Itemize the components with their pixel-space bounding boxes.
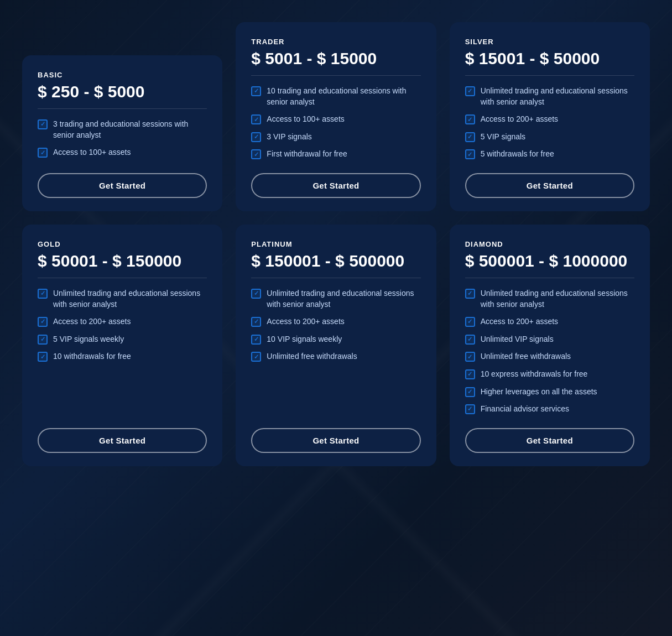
basic-get-started-button[interactable]: Get Started	[38, 173, 207, 198]
checkmark-icon	[251, 86, 261, 96]
checkmark-icon	[465, 114, 475, 124]
feature-text: Unlimited trading and educational sessio…	[267, 288, 420, 310]
feature-text: 5 VIP signals weekly	[53, 334, 124, 345]
checkmark-icon	[465, 86, 475, 96]
card-diamond: DIAMOND$ 500001 - $ 1000000Unlimited tra…	[450, 225, 650, 466]
gold-tier: GOLD	[38, 240, 207, 248]
basic-divider	[38, 108, 207, 109]
checkmark-icon	[465, 369, 475, 379]
gold-price: $ 50001 - $ 150000	[38, 252, 207, 270]
feature-text: Unlimited trading and educational sessio…	[481, 288, 634, 310]
platinum-price: $ 150001 - $ 500000	[251, 252, 420, 270]
checkmark-icon	[38, 289, 48, 299]
feature-text: Higher leverages on all the assets	[481, 387, 597, 398]
checkmark-icon	[251, 352, 261, 362]
checkmark-icon	[251, 114, 261, 124]
basic-features: 3 trading and educational sessions with …	[38, 119, 207, 160]
trader-divider	[251, 75, 420, 76]
card-gold: GOLD$ 50001 - $ 150000Unlimited trading …	[22, 225, 222, 466]
feature-text: 10 express withdrawals for free	[481, 369, 588, 380]
feature-text: 10 trading and educational sessions with…	[267, 86, 420, 107]
checkmark-icon	[251, 335, 261, 345]
feature-text: Access to 200+ assets	[53, 316, 131, 327]
checkmark-icon	[465, 149, 475, 159]
card-platinum: PLATINUM$ 150001 - $ 500000Unlimited tra…	[236, 225, 436, 466]
feature-item: Unlimited free withdrawals	[251, 351, 420, 362]
checkmark-icon	[251, 132, 261, 142]
feature-text: Access to 200+ assets	[267, 316, 344, 327]
platinum-get-started-button[interactable]: Get Started	[251, 428, 420, 453]
diamond-divider	[465, 278, 634, 278]
card-trader: TRADER$ 5001 - $ 1500010 trading and edu…	[236, 22, 436, 211]
feature-item: 5 VIP signals	[465, 132, 634, 143]
feature-item: Access to 200+ assets	[465, 316, 634, 327]
feature-text: Access to 100+ assets	[53, 147, 131, 158]
checkmark-icon	[38, 335, 48, 345]
basic-tier: BASIC	[38, 71, 207, 79]
feature-item: 10 VIP signals weekly	[251, 334, 420, 345]
feature-text: Unlimited trading and educational sessio…	[53, 288, 207, 310]
trader-price: $ 5001 - $ 15000	[251, 49, 420, 67]
checkmark-icon	[251, 289, 261, 299]
platinum-features: Unlimited trading and educational sessio…	[251, 288, 420, 415]
checkmark-icon	[251, 317, 261, 327]
pricing-grid: BASIC$ 250 - $ 50003 trading and educati…	[0, 0, 672, 488]
gold-get-started-button[interactable]: Get Started	[38, 428, 207, 453]
feature-text: Unlimited free withdrawals	[267, 351, 357, 362]
feature-text: Access to 200+ assets	[481, 316, 558, 327]
feature-text: Access to 200+ assets	[481, 114, 558, 125]
feature-text: 10 withdrawals for free	[53, 351, 131, 362]
diamond-get-started-button[interactable]: Get Started	[465, 428, 634, 453]
checkmark-icon	[465, 387, 475, 397]
feature-text: Unlimited VIP signals	[481, 334, 554, 345]
checkmark-icon	[38, 148, 48, 158]
feature-text: 3 VIP signals	[267, 132, 311, 143]
feature-item: Unlimited free withdrawals	[465, 351, 634, 362]
checkmark-icon	[251, 149, 261, 159]
feature-text: 5 withdrawals for free	[481, 149, 554, 160]
feature-text: First withdrawal for free	[267, 149, 347, 160]
feature-item: Unlimited trading and educational sessio…	[465, 86, 634, 107]
checkmark-icon	[465, 132, 475, 142]
feature-item: Unlimited trading and educational sessio…	[251, 288, 420, 310]
feature-item: 3 VIP signals	[251, 132, 420, 143]
feature-text: 10 VIP signals weekly	[267, 334, 342, 345]
silver-tier: SILVER	[465, 38, 634, 46]
feature-item: Unlimited trading and educational sessio…	[38, 288, 207, 310]
silver-divider	[465, 75, 634, 76]
feature-item: Access to 200+ assets	[38, 316, 207, 327]
silver-get-started-button[interactable]: Get Started	[465, 173, 634, 198]
checkmark-icon	[38, 119, 48, 129]
feature-item: 5 VIP signals weekly	[38, 334, 207, 345]
feature-item: First withdrawal for free	[251, 149, 420, 160]
trader-tier: TRADER	[251, 38, 420, 46]
feature-item: 10 trading and educational sessions with…	[251, 86, 420, 107]
diamond-price: $ 500001 - $ 1000000	[465, 252, 634, 270]
feature-item: Access to 100+ assets	[251, 114, 420, 125]
silver-price: $ 15001 - $ 50000	[465, 49, 634, 67]
feature-item: Access to 100+ assets	[38, 147, 207, 158]
feature-text: 5 VIP signals	[481, 132, 525, 143]
basic-price: $ 250 - $ 5000	[38, 82, 207, 101]
feature-item: 10 express withdrawals for free	[465, 369, 634, 380]
checkmark-icon	[38, 317, 48, 327]
feature-item: Access to 200+ assets	[465, 114, 634, 125]
checkmark-icon	[465, 335, 475, 345]
silver-features: Unlimited trading and educational sessio…	[465, 86, 634, 160]
diamond-features: Unlimited trading and educational sessio…	[465, 288, 634, 415]
feature-item: 3 trading and educational sessions with …	[38, 119, 207, 140]
card-silver: SILVER$ 15001 - $ 50000Unlimited trading…	[450, 22, 650, 211]
trader-get-started-button[interactable]: Get Started	[251, 173, 420, 198]
feature-item: Unlimited trading and educational sessio…	[465, 288, 634, 310]
feature-text: Unlimited trading and educational sessio…	[481, 86, 634, 107]
feature-item: Higher leverages on all the assets	[465, 387, 634, 398]
feature-item: Financial advisor services	[465, 404, 634, 415]
feature-item: 10 withdrawals for free	[38, 351, 207, 362]
gold-divider	[38, 278, 207, 278]
card-basic: BASIC$ 250 - $ 50003 trading and educati…	[22, 55, 222, 211]
trader-features: 10 trading and educational sessions with…	[251, 86, 420, 160]
checkmark-icon	[465, 352, 475, 362]
checkmark-icon	[465, 404, 475, 414]
checkmark-icon	[38, 352, 48, 362]
diamond-tier: DIAMOND	[465, 240, 634, 248]
